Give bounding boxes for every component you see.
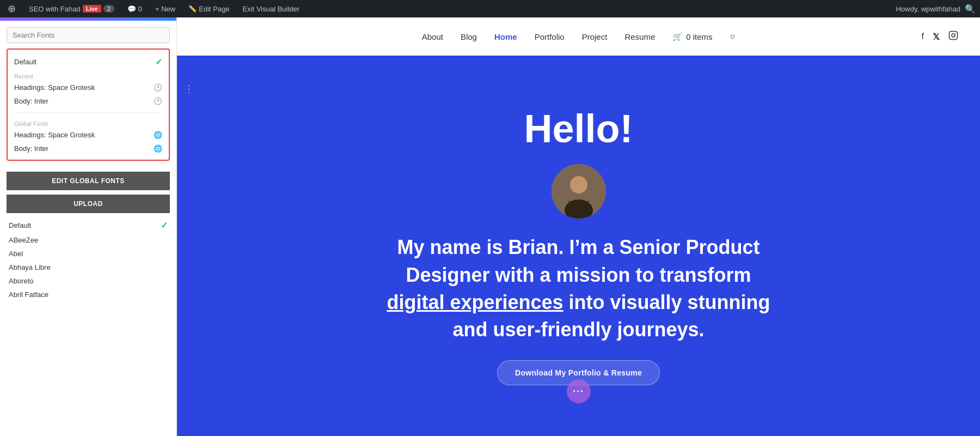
font-option-default-selected[interactable]: Default ✓	[12, 54, 164, 70]
site-social-icons: f 𝕏	[922, 31, 958, 43]
sidebar-context-menu-dots[interactable]: ⋮	[184, 83, 194, 95]
font-search-input[interactable]	[7, 27, 170, 43]
global-font-headings-label: Headings: Space Grotesk	[14, 131, 95, 139]
recent-font-headings-label: Headings: Space Grotesk	[14, 83, 95, 92]
font-list-abeezee-label: ABeeZee	[9, 236, 38, 244]
live-badge: Live	[83, 5, 101, 13]
hero-section: Hello! My name is Brian. I’m a Senior Pr…	[177, 56, 980, 436]
nav-project[interactable]: Project	[582, 32, 608, 41]
global-font-body[interactable]: Body: Inter 🌐	[12, 142, 164, 155]
font-list-abhaya-libre[interactable]: Abhaya Libre	[7, 261, 170, 274]
font-list-abel[interactable]: Abel	[7, 247, 170, 261]
hero-body-text-1: My name is Brian. I’m a Senior Product	[397, 236, 759, 258]
nav-blog[interactable]: Blog	[461, 32, 477, 41]
global-font-body-label: Body: Inter	[14, 144, 48, 153]
site-nav: About Blog Home Portfolio Project Resume…	[422, 32, 736, 41]
x-twitter-icon[interactable]: 𝕏	[933, 32, 940, 42]
admin-bar: ⊕ SEO with Fahad Live 2 💬 2 0 + New ✏️ E…	[0, 0, 980, 17]
hero-body-text: My name is Brian. I’m a Senior Product D…	[387, 234, 770, 344]
exit-builder-label: Exit Visual Builder	[243, 5, 300, 13]
main-layout: Default ✓ Recent Headings: Space Grotesk…	[0, 17, 980, 436]
check-icon: ✓	[155, 57, 162, 67]
hero-body-text-4: and user-friendly journeys.	[452, 318, 704, 341]
howdy-text: Howdy, wpwithfahad	[896, 5, 960, 13]
svg-rect-0	[950, 32, 958, 40]
admin-bar-right: Howdy, wpwithfahad 🔍	[896, 4, 976, 14]
svg-point-1	[952, 34, 955, 37]
hero-avatar-image	[552, 164, 606, 219]
globe-icon-2: 🌐	[154, 144, 162, 153]
global-fonts-section-label: Global Fonts	[12, 117, 164, 128]
nav-search-icon[interactable]: ○	[730, 32, 736, 41]
nav-resume[interactable]: Resume	[624, 32, 655, 41]
font-list-abril-fatface-label: Abril Fatface	[9, 290, 48, 299]
hero-avatar	[552, 164, 606, 219]
new-label: + New	[155, 5, 175, 13]
nav-cart[interactable]: 🛒 0 items	[672, 32, 712, 41]
font-list-abhaya-libre-label: Abhaya Libre	[9, 263, 51, 271]
globe-icon-1: 🌐	[154, 131, 162, 139]
cart-items-label: 0 items	[686, 32, 712, 41]
edit-global-fonts-button[interactable]: EDIT GLOBAL FONTS	[7, 172, 170, 190]
global-font-headings[interactable]: Headings: Space Grotesk 🌐	[12, 128, 164, 142]
font-list-aboreto[interactable]: Aboreto	[7, 274, 170, 288]
hero-more-options-button[interactable]: ···	[567, 379, 591, 403]
pencil-icon: ✏️	[188, 5, 197, 13]
font-panel-content: Default ✓ Recent Headings: Space Grotesk…	[0, 21, 176, 436]
recent-font-body[interactable]: Body: Inter 🕐	[12, 94, 164, 108]
check-icon-list: ✓	[161, 220, 168, 231]
font-list-abeezee[interactable]: ABeeZee	[7, 233, 170, 247]
font-list-aboreto-label: Aboreto	[9, 277, 34, 285]
font-list-abel-label: Abel	[9, 250, 23, 258]
font-list-default[interactable]: Default ✓	[7, 217, 170, 233]
recent-font-body-label: Body: Inter	[14, 97, 48, 105]
font-list-abril-fatface[interactable]: Abril Fatface	[7, 288, 170, 301]
upload-font-button[interactable]: UPLOAD	[7, 195, 170, 213]
wp-logo-button[interactable]: ⊕	[4, 0, 19, 17]
nav-home[interactable]: Home	[494, 32, 517, 41]
recent-section-label: Recent	[12, 70, 164, 81]
comment-icon: 💬	[127, 5, 136, 13]
svg-point-4	[570, 176, 587, 193]
hero-title: Hello!	[524, 106, 633, 151]
edit-page-label: Edit Page	[199, 5, 229, 13]
site-header: About Blog Home Portfolio Project Resume…	[177, 17, 980, 56]
nav-about[interactable]: About	[422, 32, 443, 41]
nav-portfolio[interactable]: Portfolio	[535, 32, 565, 41]
page-content: About Blog Home Portfolio Project Resume…	[177, 17, 980, 436]
wp-logo-icon: ⊕	[8, 3, 16, 15]
exit-builder-button[interactable]: Exit Visual Builder	[240, 0, 303, 17]
svg-point-2	[955, 33, 956, 34]
font-divider-1	[12, 112, 164, 113]
facebook-icon[interactable]: f	[922, 32, 924, 41]
site-name-label: SEO with Fahad	[29, 5, 81, 13]
site-name-button[interactable]: SEO with Fahad Live 2	[26, 0, 118, 17]
hero-body-text-2: Designer with a mission to transform	[406, 264, 751, 286]
comments-button[interactable]: 💬 2 0	[124, 0, 145, 17]
font-panel-sidebar: Default ✓ Recent Headings: Space Grotesk…	[0, 17, 177, 436]
clock-icon-2: 🕐	[154, 97, 162, 105]
font-option-default-label: Default	[14, 58, 36, 66]
cart-icon: 🛒	[672, 32, 683, 41]
clock-icon-1: 🕐	[154, 83, 162, 92]
comments-count: 2	[103, 5, 114, 13]
hero-body-text-link[interactable]: digital experiences	[387, 291, 563, 313]
new-button[interactable]: + New	[152, 0, 179, 17]
font-dropdown-selected: Default ✓ Recent Headings: Space Grotesk…	[7, 49, 170, 161]
font-list-default-label: Default	[9, 221, 31, 229]
instagram-icon[interactable]	[948, 31, 958, 43]
recent-font-headings[interactable]: Headings: Space Grotesk 🕐	[12, 81, 164, 94]
hero-body-text-3: into visually stunning	[564, 291, 770, 313]
edit-page-button[interactable]: ✏️ Edit Page	[185, 0, 232, 17]
search-icon[interactable]: 🔍	[965, 4, 976, 14]
